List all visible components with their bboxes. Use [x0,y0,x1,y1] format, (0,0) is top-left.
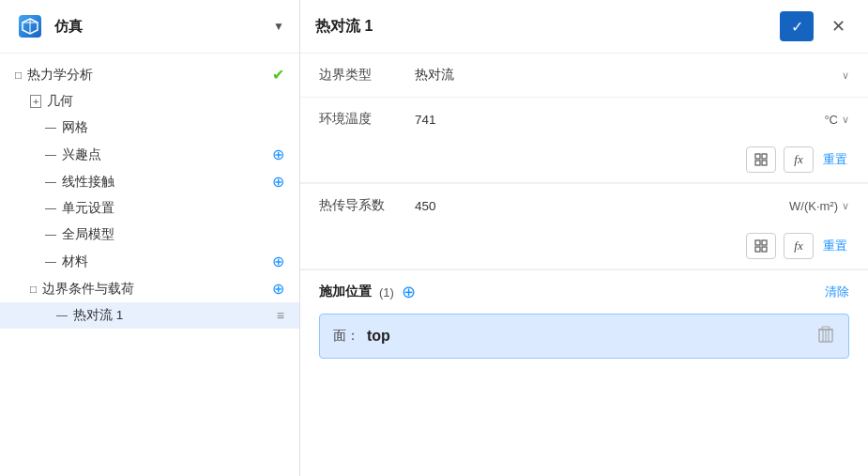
svg-rect-7 [762,161,767,165]
tree-item-linear-contact[interactable]: — 线性接触 ⊕ [0,168,299,195]
check-icon: ✔ [272,66,284,84]
tree-label: 材料 [62,253,266,270]
ambient-temp-wrapper: 环境温度 741 °C ∨ fx 重置 [300,98,868,184]
ambient-temp-unit: °C ∨ [824,113,849,127]
tree-item-geometry[interactable]: + 几何 [0,88,299,115]
svg-rect-6 [755,161,760,165]
tree-label: 几何 [47,93,284,110]
tree-label: 全局模型 [62,226,284,243]
boundary-type-row: 边界类型 热对流 ∨ [300,54,868,98]
detail-title: 热对流 1 [315,17,770,37]
tree-label: 网格 [62,119,284,136]
detail-content: 边界类型 热对流 ∨ 环境温度 741 °C ∨ [300,54,868,476]
menu-icon[interactable]: ≡ [277,308,284,323]
svg-rect-5 [762,154,767,159]
fx-button-2[interactable]: fx [784,233,814,259]
confirm-button[interactable]: ✓ [780,11,814,41]
tree-item-unit-settings[interactable]: — 单元设置 [0,195,299,222]
dash-icon: — [45,148,56,161]
svg-rect-8 [755,240,760,245]
detail-header: 热对流 1 ✓ ✕ [300,0,868,54]
tree-container: □ 热力学分析 ✔ + 几何 — 网格 — 兴趣点 ⊕ — 线性接触 ⊕ — [0,54,299,476]
thermal-conductivity-unit-text: W/(K·m²) [789,199,838,213]
left-header: 仿真 ▼ [0,0,299,54]
tree-label: 热对流 1 [73,307,271,324]
left-panel: 仿真 ▼ □ 热力学分析 ✔ + 几何 — 网格 — 兴趣点 ⊕ — 线性接触 [0,0,300,476]
grid-button-1[interactable] [746,146,776,173]
dash-icon: — [45,228,56,241]
apply-location-count: (1) [379,285,394,299]
add-badge-linear-contact[interactable]: ⊕ [272,173,284,191]
svg-rect-4 [755,154,760,159]
tree-item-boundary-conditions[interactable]: □ 边界条件与载荷 ⊕ [0,275,299,302]
tree-label: 单元设置 [62,200,284,217]
thermal-conductivity-wrapper: 热传导系数 450 W/(K·m²) ∨ fx 重置 [300,184,868,270]
right-panel: 热对流 1 ✓ ✕ 边界类型 热对流 ∨ 环境温度 741 °C ∨ [300,0,868,476]
svg-rect-11 [762,247,767,252]
add-badge-poi[interactable]: ⊕ [272,146,284,163]
location-prefix: 面： [333,328,359,345]
tree-item-mesh[interactable]: — 网格 [0,115,299,141]
tree-item-thermal-convection-1[interactable]: — 热对流 1 ≡ [0,302,299,329]
add-badge-boundary[interactable]: ⊕ [272,280,284,298]
ambient-temp-row: 环境温度 741 °C ∨ [300,98,868,141]
dash-icon: — [45,121,56,134]
add-location-button[interactable]: ⊕ [402,282,416,302]
boundary-type-value: 热对流 [415,67,830,84]
clear-location-button[interactable]: 清除 [423,284,849,300]
dash-icon: — [45,176,56,189]
app-title: 仿真 [54,18,264,36]
add-badge-material[interactable]: ⊕ [272,253,284,270]
thermal-conductivity-unit-arrow[interactable]: ∨ [842,200,849,212]
tree-label: 边界条件与载荷 [42,281,266,298]
fx-button-1[interactable]: fx [784,146,814,173]
grid-icon-2 [754,239,768,253]
collapse-icon: □ [15,69,22,82]
location-item: 面： top [319,314,849,359]
tree-item-global-model[interactable]: — 全局模型 [0,222,299,248]
thermal-conductivity-actions: fx 重置 [300,227,868,269]
thermal-conductivity-row: 热传导系数 450 W/(K·m²) ∨ [300,184,868,227]
reset-button-1[interactable]: 重置 [821,151,849,168]
dash-icon: — [45,202,56,215]
tree-item-poi[interactable]: — 兴趣点 ⊕ [0,141,299,168]
tree-item-material[interactable]: — 材料 ⊕ [0,248,299,275]
close-button[interactable]: ✕ [823,11,853,41]
tree-item-thermal-analysis[interactable]: □ 热力学分析 ✔ [0,61,299,88]
apply-location-section: 施加位置 (1) ⊕ 清除 [300,270,868,314]
delete-location-button[interactable] [816,324,835,348]
ambient-temp-actions: fx 重置 [300,141,868,183]
boundary-type-label: 边界类型 [319,67,404,84]
thermal-conductivity-value: 450 [415,199,778,213]
trash-icon [818,326,833,343]
expand-icon: + [30,95,41,108]
dash-icon: — [56,309,68,322]
thermal-conductivity-unit: W/(K·m²) ∨ [789,199,849,213]
location-value: top [367,328,390,345]
ambient-temp-unit-text: °C [824,113,838,127]
tree-label: 热力学分析 [27,67,266,84]
header-dropdown-arrow[interactable]: ▼ [273,20,284,33]
apply-location-title: 施加位置 [319,284,372,300]
tree-label: 兴趣点 [62,146,266,163]
dash-icon: — [45,255,56,269]
collapse-icon: □ [30,283,37,296]
ambient-temp-unit-arrow[interactable]: ∨ [842,114,849,126]
grid-button-2[interactable] [746,233,776,259]
grid-icon-1 [754,153,768,166]
svg-rect-10 [755,247,760,252]
boundary-type-arrow[interactable]: ∨ [842,69,849,82]
ambient-temp-label: 环境温度 [319,111,404,128]
reset-button-2[interactable]: 重置 [821,238,849,254]
svg-rect-9 [762,240,767,245]
app-icon [15,11,45,41]
thermal-conductivity-label: 热传导系数 [319,197,404,214]
tree-label: 线性接触 [62,174,266,191]
ambient-temp-value: 741 [415,113,813,127]
